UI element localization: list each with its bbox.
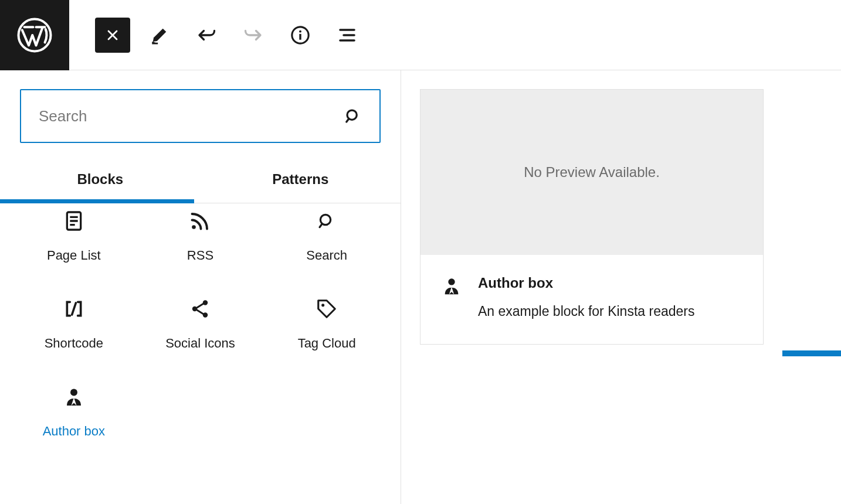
svg-point-12 [70, 389, 77, 396]
main-area: Blocks Patterns Page List [0, 70, 841, 504]
preview-placeholder: No Preview Available. [420, 90, 763, 255]
block-label: Tag Cloud [298, 336, 356, 351]
svg-point-2 [299, 30, 301, 32]
person-icon [63, 386, 84, 407]
block-item-tag-cloud[interactable]: Tag Cloud [263, 291, 390, 356]
block-inserter-panel: Blocks Patterns Page List [0, 70, 401, 504]
preview-text: Author box An example block for Kinsta r… [478, 275, 694, 321]
top-toolbar [0, 0, 841, 70]
outline-button[interactable] [330, 18, 365, 53]
wordpress-icon [17, 18, 52, 53]
wordpress-logo[interactable] [0, 0, 69, 70]
person-icon [442, 276, 462, 296]
search-box[interactable] [20, 89, 381, 143]
undo-icon [196, 25, 217, 46]
block-item-search[interactable]: Search [263, 203, 390, 268]
preview-title: Author box [478, 275, 694, 291]
block-item-social-icons[interactable]: Social Icons [137, 291, 264, 356]
svg-point-13 [448, 278, 455, 285]
redo-icon [243, 25, 264, 46]
block-label: Author box [43, 424, 105, 439]
info-button[interactable] [283, 18, 318, 53]
tab-blocks[interactable]: Blocks [0, 159, 201, 203]
preview-block-icon [442, 275, 462, 321]
block-label: Shortcode [45, 336, 103, 351]
svg-point-11 [321, 304, 324, 307]
rss-icon [189, 210, 211, 231]
block-label: RSS [187, 248, 213, 263]
toolbar-button-group [69, 18, 365, 53]
undo-button[interactable] [189, 18, 224, 53]
edit-button[interactable] [142, 18, 177, 53]
block-item-page-list[interactable]: Page List [11, 203, 137, 268]
block-item-shortcode[interactable]: Shortcode [11, 291, 137, 356]
search-icon [317, 212, 336, 230]
accent-indicator [782, 350, 841, 356]
block-grid: Page List RSS [0, 203, 401, 444]
info-icon [290, 25, 310, 45]
outline-icon [337, 25, 358, 46]
search-wrap [0, 70, 401, 143]
search-icon [344, 107, 362, 125]
block-label: Social Icons [165, 336, 235, 351]
inserter-tabs: Blocks Patterns [0, 159, 401, 203]
close-icon [104, 27, 121, 43]
edit-icon [150, 25, 169, 45]
preview-details: Author box An example block for Kinsta r… [420, 255, 763, 344]
tab-indicator [0, 199, 194, 203]
svg-point-6 [192, 225, 196, 229]
block-label: Page List [47, 248, 101, 263]
block-item-rss[interactable]: RSS [137, 203, 264, 268]
share-icon [189, 298, 211, 319]
preview-panel: No Preview Available. Author box An exam… [401, 70, 841, 504]
block-item-author-box[interactable]: Author box [11, 379, 137, 444]
search-input[interactable] [39, 107, 333, 125]
tag-icon [316, 298, 338, 320]
preview-description: An example block for Kinsta readers [478, 302, 694, 321]
svg-rect-3 [299, 33, 301, 39]
shortcode-icon [62, 297, 86, 321]
page-list-icon [62, 209, 86, 233]
preview-card: No Preview Available. Author box An exam… [420, 89, 764, 345]
close-inserter-button[interactable] [95, 18, 130, 53]
block-label: Search [306, 248, 347, 263]
tab-patterns[interactable]: Patterns [201, 159, 401, 203]
redo-button[interactable] [236, 18, 271, 53]
